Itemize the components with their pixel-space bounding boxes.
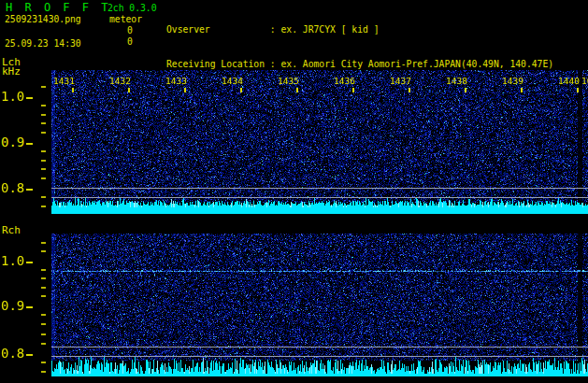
location-line: Receiving Location : ex. Aomori City Aom… — [166, 59, 586, 70]
time-label: 1437 — [387, 76, 411, 86]
freq-minor-tick — [41, 269, 46, 271]
freq-minor-tick — [41, 177, 46, 179]
app-title: H R O F F T — [6, 1, 110, 14]
rch-spectrogram — [51, 234, 588, 383]
observation-datetime: 25.09.23 14:30 — [5, 38, 81, 49]
time-tick — [409, 88, 410, 92]
time-label: 1432 — [107, 76, 131, 86]
mode-label: meteor — [109, 14, 142, 24]
freq-label: 0.8 — [1, 346, 24, 361]
time-label: 1439 — [499, 76, 523, 86]
app-version: 2ch 0.3.0 — [108, 3, 157, 13]
freq-minor-tick — [41, 314, 46, 316]
freq-minor-tick — [41, 86, 46, 88]
time-tick — [577, 88, 579, 92]
freq-minor-tick — [41, 160, 46, 162]
freq-label: 1.0 — [1, 89, 24, 104]
freq-minor-tick — [41, 323, 46, 325]
time-label: 1435 — [275, 76, 299, 86]
echo-count-short: 0 — [127, 36, 133, 47]
time-tick — [72, 88, 74, 92]
freq-minor-tick — [41, 343, 46, 345]
observer-line: Ovserver : ex. JR7CYX [ kid ] — [166, 24, 586, 35]
time-label: 1436 — [331, 76, 355, 86]
khz-unit-label: kHz — [2, 65, 21, 78]
freq-minor-tick — [41, 242, 46, 244]
time-tick — [240, 88, 242, 92]
freq-minor-tick — [41, 122, 46, 124]
echo-count-long: 0 — [127, 25, 133, 35]
freq-major-tick — [26, 306, 33, 308]
freq-minor-tick — [41, 105, 46, 106]
freq-minor-tick — [41, 371, 46, 373]
freq-minor-tick — [41, 114, 46, 116]
time-label: 1433 — [163, 76, 187, 86]
freq-major-tick — [26, 97, 33, 99]
freq-minor-tick — [41, 277, 46, 279]
time-tick — [521, 88, 523, 92]
time-label: 1431 — [50, 76, 75, 86]
time-tick — [296, 88, 298, 92]
freq-minor-tick — [41, 206, 46, 207]
freq-minor-tick — [41, 295, 46, 297]
time-tick — [184, 88, 186, 92]
hrofft-window: H R O F F T 2ch 0.3.0 2509231430.png met… — [0, 0, 588, 383]
freq-major-tick — [26, 354, 33, 356]
time-label: 1434 — [219, 76, 243, 86]
freq-label: 0.8 — [1, 180, 24, 195]
freq-minor-tick — [41, 150, 46, 152]
freq-major-tick — [26, 143, 33, 145]
time-label-partial: 10 — [576, 76, 588, 86]
time-tick — [352, 88, 354, 92]
output-filename: 2509231430.png — [5, 14, 81, 24]
rch-channel-label: Rch — [2, 226, 21, 235]
freq-minor-tick — [41, 333, 46, 335]
freq-major-tick — [26, 189, 33, 191]
freq-minor-tick — [41, 250, 46, 252]
lch-channel-label: LchkHz — [2, 58, 21, 77]
freq-minor-tick — [41, 168, 46, 170]
time-tick — [128, 88, 130, 92]
freq-minor-tick — [41, 362, 46, 363]
freq-minor-tick — [41, 132, 46, 134]
lch-spectrogram — [51, 70, 588, 214]
freq-minor-tick — [41, 287, 46, 289]
freq-major-tick — [26, 262, 33, 263]
freq-label: 0.9 — [1, 135, 24, 149]
time-tick — [465, 88, 466, 92]
freq-label: 1.0 — [1, 253, 24, 268]
freq-label: 0.9 — [1, 298, 24, 313]
freq-minor-tick — [41, 196, 46, 198]
time-label: 1438 — [443, 76, 467, 86]
